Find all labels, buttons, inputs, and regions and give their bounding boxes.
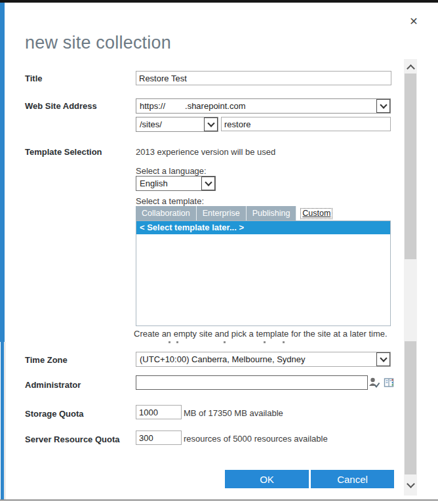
storage-quota-input[interactable] [136, 405, 182, 419]
left-accent-strip-lower [1, 342, 4, 500]
web-site-address-label: Web Site Address [25, 101, 97, 111]
time-zone-select[interactable]: (UTC+10:00) Canberra, Melbourne, Sydney [136, 352, 391, 367]
administrator-input[interactable] [136, 375, 368, 390]
left-accent-strip [0, 3, 5, 342]
select-template-label: Select a template: [136, 196, 204, 206]
title-input[interactable] [136, 71, 391, 85]
storage-quota-label: Storage Quota [25, 409, 84, 419]
template-selection-label: Template Selection [25, 147, 102, 157]
dialog-left-border [5, 342, 5, 500]
server-resource-quota-suffix: resources of 5000 resources available [184, 434, 328, 444]
cancel-button[interactable]: Cancel [311, 470, 394, 488]
time-zone-label: Time Zone [25, 355, 68, 365]
template-note: Create an empty site and pick a template… [134, 329, 388, 339]
template-listbox[interactable]: < Select template later... > [136, 220, 391, 326]
time-zone-select-value: (UTC+10:00) Canberra, Melbourne, Sydney [136, 354, 376, 364]
chevron-down-icon [201, 177, 215, 190]
domain-select[interactable]: https://.sharepoint.com [136, 98, 391, 114]
check-names-icon[interactable] [368, 377, 380, 388]
storage-quota-suffix: MB of 17350 MB available [184, 408, 283, 418]
language-select-value: English [136, 178, 201, 188]
page-title: new site collection [25, 33, 171, 53]
language-select[interactable]: English [136, 176, 216, 191]
tab-publishing[interactable]: Publishing [247, 206, 297, 220]
close-icon[interactable]: ✕ [407, 14, 421, 29]
server-resource-quota-label: Server Resource Quota [25, 434, 120, 444]
scrollbar-thumb-lower[interactable] [405, 341, 416, 474]
site-name-input[interactable] [221, 117, 391, 131]
new-site-collection-dialog: ✕ new site collection Title Web Site Add… [0, 0, 438, 504]
select-language-label: Select a language: [136, 166, 207, 176]
list-item-select-template-later[interactable]: < Select template later... > [136, 221, 390, 234]
tab-enterprise[interactable]: Enterprise [197, 206, 247, 220]
tab-collaboration[interactable]: Collaboration [136, 206, 197, 220]
title-label: Title [25, 74, 43, 83]
ok-button[interactable]: OK [225, 470, 309, 488]
chevron-down-icon [376, 99, 390, 113]
path-select[interactable]: /sites/ [136, 117, 218, 132]
domain-select-value: https://.sharepoint.com [136, 101, 376, 111]
path-select-value: /sites/ [136, 119, 204, 129]
top-window-edge [0, 0, 438, 3]
dialog-bottom-border [0, 499, 438, 501]
browse-address-book-icon[interactable] [383, 377, 395, 388]
server-resource-quota-input[interactable] [136, 430, 182, 445]
administrator-label: Administrator [25, 380, 81, 390]
tab-custom[interactable]: Custom [298, 206, 334, 220]
chevron-down-icon [376, 352, 390, 366]
scrollbar-thumb[interactable] [405, 74, 416, 259]
chevron-down-icon [204, 117, 218, 131]
template-tabs: Collaboration Enterprise Publishing Cust… [136, 206, 334, 220]
experience-version-note: 2013 experience version will be used [136, 147, 275, 157]
